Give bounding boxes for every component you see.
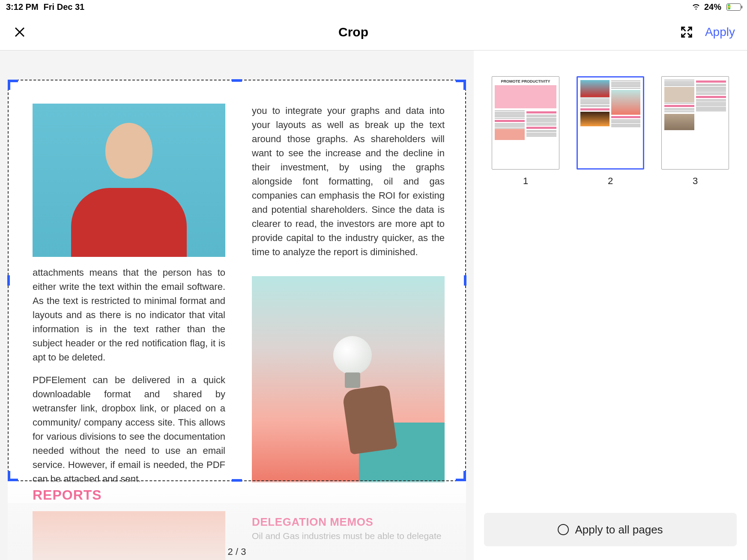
main-area: attachments means that the person has to… xyxy=(0,51,747,560)
thumb1-title: PROMOTE PRODUCTIVITY xyxy=(495,79,556,83)
canvas-pane[interactable]: attachments means that the person has to… xyxy=(0,51,474,560)
page-image-man xyxy=(33,104,225,257)
thumbnail-label-3: 3 xyxy=(693,176,698,187)
document-page: attachments means that the person has to… xyxy=(8,80,466,503)
thumbnail-2[interactable]: 2 xyxy=(577,76,644,187)
battery-percent: 24% xyxy=(704,2,721,12)
radio-unchecked-icon xyxy=(558,524,569,535)
expand-icon[interactable] xyxy=(679,25,694,39)
thumbnail-list: PROMOTE PRODUCTIVITY 1 xyxy=(485,76,736,187)
thumbnail-3[interactable]: 3 xyxy=(661,76,729,187)
status-bar: 3:12 PM Fri Dec 31 24% ⚡ xyxy=(0,0,747,14)
apply-to-all-pages-button[interactable]: Apply to all pages xyxy=(484,513,737,546)
page-title: Crop xyxy=(338,25,368,39)
status-date: Fri Dec 31 xyxy=(44,2,85,12)
apply-all-label: Apply to all pages xyxy=(575,523,663,536)
close-button[interactable] xyxy=(12,24,27,40)
header-bar: Crop Apply xyxy=(0,14,747,51)
page-text-right: you to integrate your graphs and data in… xyxy=(252,104,445,259)
thumbnail-label-2: 2 xyxy=(608,176,613,187)
thumbnail-label-1: 1 xyxy=(523,176,528,187)
page-text-left-2: PDFElement can be delivered in a quick d… xyxy=(33,373,225,486)
side-pane: PROMOTE PRODUCTIVITY 1 xyxy=(474,51,747,560)
wifi-icon xyxy=(691,1,701,13)
status-time: 3:12 PM xyxy=(6,2,39,12)
thumbnail-1[interactable]: PROMOTE PRODUCTIVITY 1 xyxy=(492,76,559,187)
page-counter: 2 / 3 xyxy=(228,546,246,557)
page-text-left-1: attachments means that the person has to… xyxy=(33,265,225,364)
page-image-bulb xyxy=(252,276,445,483)
apply-button[interactable]: Apply xyxy=(705,25,735,39)
battery-icon: ⚡ xyxy=(725,3,741,11)
